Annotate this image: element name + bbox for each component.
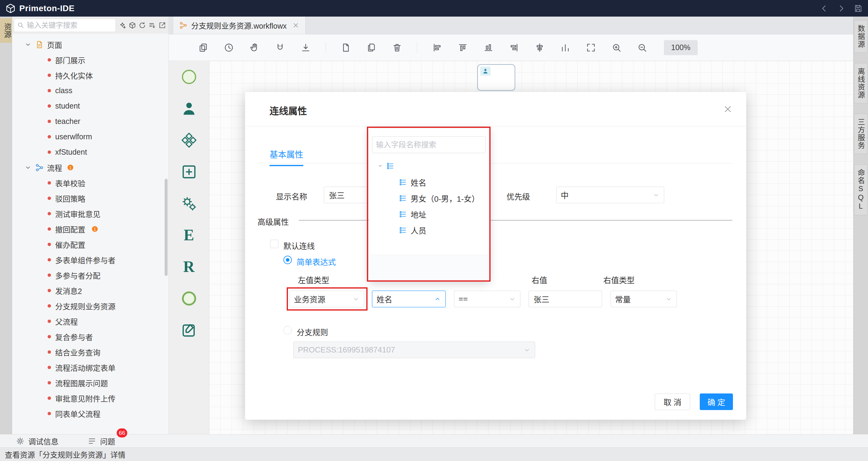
tree-item[interactable]: 审批意见附件上传: [12, 391, 168, 406]
zoom-out-button[interactable]: [637, 42, 648, 53]
tree-item[interactable]: xfStudent: [12, 145, 168, 160]
gateway-icon: [180, 131, 198, 149]
align-top-button[interactable]: [457, 42, 468, 53]
left-type-select[interactable]: 业务资源: [289, 290, 364, 307]
priority-select[interactable]: 中: [556, 187, 664, 203]
problems-button[interactable]: 问题 66: [87, 436, 115, 447]
tab-close-button[interactable]: [292, 22, 299, 29]
new-file-button[interactable]: [340, 42, 351, 53]
bar-chart-button[interactable]: [560, 42, 571, 53]
tree-group-flow[interactable]: 流程 1: [12, 160, 168, 175]
export-button[interactable]: [157, 21, 167, 30]
palette-gateway[interactable]: [177, 129, 202, 151]
tree-item[interactable]: 多参与者分配: [12, 268, 168, 283]
right-rail-tab[interactable]: 三方服务: [854, 114, 868, 154]
ok-button[interactable]: 确 定: [700, 394, 733, 410]
tab-basic-properties[interactable]: 基本属性: [270, 148, 303, 166]
right-value-input[interactable]: [529, 290, 602, 307]
zoom-level[interactable]: 100%: [664, 40, 698, 55]
field-tree-item[interactable]: 男女（0-男，1-女）: [369, 190, 489, 206]
sort-list-button[interactable]: [148, 21, 157, 30]
fit-view-button[interactable]: [585, 42, 597, 53]
align-right-button[interactable]: [508, 42, 520, 53]
nav-back-button[interactable]: [820, 4, 829, 13]
fit-view-icon: [586, 42, 596, 53]
palette-service[interactable]: [177, 192, 202, 214]
tree-item[interactable]: 分支规则业务资源: [12, 298, 168, 313]
refresh-button[interactable]: [137, 21, 147, 30]
align-bottom-button[interactable]: [483, 42, 494, 53]
magnet-button[interactable]: [274, 42, 286, 53]
field-tree-item[interactable]: 姓名: [369, 174, 489, 190]
align-center-button[interactable]: [534, 42, 546, 53]
bullet-icon: [48, 212, 51, 215]
editor-tab[interactable]: 分支规则业务资源.workflowx: [173, 17, 306, 34]
download-button[interactable]: [300, 42, 311, 53]
bullet-icon: [48, 120, 51, 123]
package-button[interactable]: [127, 21, 137, 30]
tree-group-page[interactable]: 页面: [12, 37, 168, 52]
branch-rule-radio[interactable]: [283, 326, 292, 334]
palette-note[interactable]: [177, 319, 202, 341]
debug-info-button[interactable]: 调试信息: [16, 436, 59, 447]
default-line-checkbox[interactable]: [270, 240, 279, 248]
branch-rule-select[interactable]: PROCESS:1699519874107: [293, 342, 535, 358]
palette-start-node[interactable]: [177, 66, 202, 88]
tree-item[interactable]: 流程图展示问题: [12, 375, 168, 391]
copy-button[interactable]: [197, 42, 209, 53]
tree-item[interactable]: 表单校验: [12, 175, 168, 190]
palette-letter-e[interactable]: E: [177, 224, 202, 246]
priority-label: 优先级: [506, 190, 530, 202]
tree-item[interactable]: 发消息2: [12, 283, 168, 298]
right-rail-tab[interactable]: 数据源: [854, 20, 868, 53]
nav-forward-button[interactable]: [837, 4, 846, 13]
right-rail-tab[interactable]: 命名SQL: [854, 164, 868, 215]
delete-button[interactable]: [391, 42, 403, 53]
tree-item[interactable]: 流程活动绑定表单: [12, 360, 168, 375]
palette-letter-r[interactable]: R: [177, 256, 202, 278]
tab-divider: [258, 163, 732, 163]
palette-participant[interactable]: [177, 97, 202, 119]
tree-item[interactable]: 父流程: [12, 313, 168, 329]
tree-item[interactable]: 测试审批意见: [12, 206, 168, 221]
tree-item[interactable]: 复合参与者: [12, 329, 168, 344]
right-rail-tab[interactable]: 离线资源: [854, 63, 868, 103]
explorer-search[interactable]: [14, 19, 116, 32]
tree-item[interactable]: 催办配置: [12, 237, 168, 252]
tree-item[interactable]: 部门展示: [12, 52, 168, 67]
field-tree-item[interactable]: 人员: [369, 222, 489, 238]
field-tree-item[interactable]: 地址: [369, 206, 489, 222]
field-search-input[interactable]: [376, 141, 482, 149]
history-button[interactable]: [223, 42, 235, 53]
cancel-button[interactable]: 取 消: [655, 394, 690, 410]
tree-item[interactable]: userwlform: [12, 129, 168, 145]
list-icon: [87, 437, 96, 445]
field-search[interactable]: [372, 136, 486, 153]
field-select[interactable]: 姓名: [372, 290, 445, 307]
pan-button[interactable]: [249, 42, 260, 53]
palette-add-node[interactable]: [177, 161, 202, 183]
operator-select[interactable]: ==: [454, 290, 520, 307]
palette-end-node[interactable]: [177, 287, 202, 309]
ai-assist-button[interactable]: [118, 21, 127, 30]
field-tree-root[interactable]: [369, 157, 489, 174]
tree-item[interactable]: 结合业务查询: [12, 344, 168, 360]
tree-item[interactable]: 撤回配置 1: [12, 221, 168, 237]
tree-item[interactable]: 持久化实体: [12, 67, 168, 83]
save-button[interactable]: [854, 4, 863, 13]
right-type-select[interactable]: 常量: [611, 290, 677, 307]
simple-expression-radio[interactable]: [283, 256, 292, 264]
tree-item[interactable]: 同表单父流程: [12, 406, 168, 421]
tree-item[interactable]: teacher: [12, 114, 168, 129]
activity-node[interactable]: [477, 64, 515, 91]
tree-item[interactable]: 多表单组件参与者: [12, 252, 168, 268]
dialog-close-button[interactable]: [723, 104, 733, 114]
tree-item[interactable]: student: [12, 98, 168, 114]
explorer-scrollbar[interactable]: [165, 179, 167, 276]
duplicate-button[interactable]: [366, 42, 377, 53]
zoom-in-button[interactable]: [611, 42, 622, 53]
tree-item[interactable]: 驳回策略: [12, 190, 168, 206]
align-left-button[interactable]: [431, 42, 443, 53]
explorer-search-input[interactable]: [27, 21, 113, 30]
tree-item[interactable]: class: [12, 83, 168, 98]
